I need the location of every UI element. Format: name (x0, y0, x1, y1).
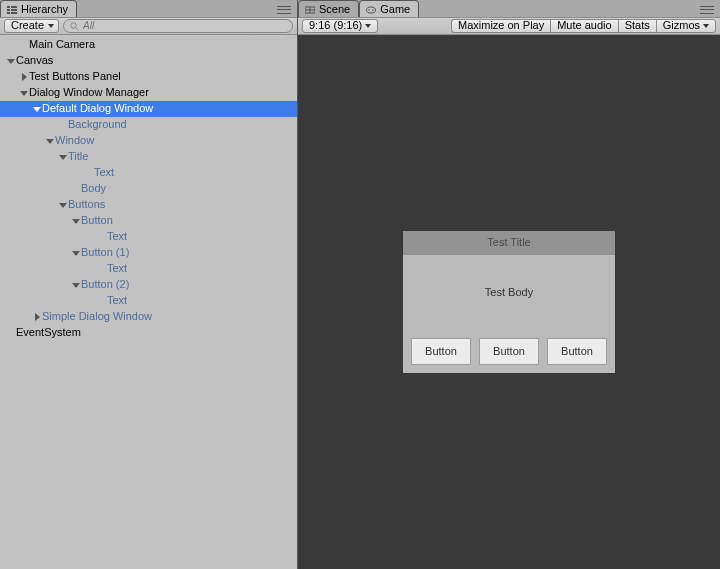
svg-point-11 (367, 7, 376, 13)
foldout-spacer (58, 120, 68, 130)
tree-row[interactable]: Background (0, 117, 297, 133)
hierarchy-tab-bar: Hierarchy (0, 0, 297, 17)
tree-row[interactable]: Title (0, 149, 297, 165)
tree-row[interactable]: Window (0, 133, 297, 149)
mute-audio-button[interactable]: Mute audio (550, 19, 617, 33)
foldout-spacer (97, 264, 107, 274)
chevron-down-icon (703, 24, 709, 28)
hierarchy-toolbar: Create (0, 17, 297, 35)
tree-row-label: Text (107, 294, 127, 307)
svg-line-7 (76, 27, 79, 30)
panel-menu-icon[interactable] (271, 0, 297, 17)
tree-row[interactable]: Text (0, 229, 297, 245)
svg-rect-2 (7, 12, 10, 14)
tree-row[interactable]: Default Dialog Window (0, 101, 297, 117)
tree-row-label: Buttons (68, 198, 105, 211)
tree-row-label: Main Camera (29, 38, 95, 51)
tree-row-label: Title (68, 150, 88, 163)
dialog-button[interactable]: Button (479, 338, 539, 365)
tree-row[interactable]: Text (0, 261, 297, 277)
svg-rect-4 (11, 9, 17, 11)
tab-hierarchy-label: Hierarchy (21, 3, 68, 16)
tree-row-label: Text (107, 262, 127, 275)
tree-row-label: Default Dialog Window (42, 102, 153, 115)
svg-point-13 (372, 9, 374, 11)
dialog-body: Test Body (403, 255, 615, 330)
tab-game-label: Game (380, 3, 410, 16)
foldout-spacer (6, 328, 16, 338)
foldout-spacer (97, 232, 107, 242)
svg-rect-1 (7, 9, 10, 11)
stats-button[interactable]: Stats (618, 19, 656, 33)
svg-rect-3 (11, 6, 17, 8)
tree-row-label: Simple Dialog Window (42, 310, 152, 323)
tree-row[interactable]: Test Buttons Panel (0, 69, 297, 85)
svg-point-12 (368, 9, 370, 11)
create-button[interactable]: Create (4, 19, 59, 33)
tab-hierarchy[interactable]: Hierarchy (0, 0, 77, 17)
tree-row[interactable]: Simple Dialog Window (0, 309, 297, 325)
foldout-toggle[interactable] (19, 88, 29, 98)
tree-row-label: Body (81, 182, 106, 195)
foldout-toggle[interactable] (19, 72, 29, 82)
tree-row[interactable]: Button (0, 213, 297, 229)
foldout-toggle[interactable] (71, 248, 81, 258)
foldout-toggle[interactable] (32, 104, 42, 114)
foldout-toggle[interactable] (6, 56, 16, 66)
foldout-toggle[interactable] (58, 200, 68, 210)
svg-point-6 (71, 22, 77, 28)
panel-menu-icon[interactable] (694, 0, 720, 17)
create-label: Create (11, 19, 44, 32)
game-panel: Scene Game 9:16 (9:16) Maximize on Play … (298, 0, 720, 569)
tree-row[interactable]: Dialog Window Manager (0, 85, 297, 101)
dialog-title: Test Title (403, 231, 615, 255)
tree-row-label: Canvas (16, 54, 53, 67)
dialog-button-row: Button Button Button (403, 330, 615, 373)
aspect-dropdown[interactable]: 9:16 (9:16) (302, 19, 378, 33)
foldout-toggle[interactable] (58, 152, 68, 162)
tree-row-label: EventSystem (16, 326, 81, 339)
hierarchy-panel: Hierarchy Create Main CameraCanvasTest B… (0, 0, 298, 569)
tree-row[interactable]: Text (0, 293, 297, 309)
foldout-toggle[interactable] (71, 280, 81, 290)
foldout-spacer (84, 168, 94, 178)
tree-row[interactable]: Canvas (0, 53, 297, 69)
foldout-spacer (71, 184, 81, 194)
game-view: Test Title Test Body Button Button Butto… (298, 35, 720, 569)
foldout-spacer (97, 296, 107, 306)
dialog-button[interactable]: Button (411, 338, 471, 365)
search-input[interactable] (83, 20, 286, 32)
chevron-down-icon (365, 24, 371, 28)
tree-row[interactable]: Body (0, 181, 297, 197)
tree-row[interactable]: Buttons (0, 197, 297, 213)
tree-row-label: Test Buttons Panel (29, 70, 121, 83)
gizmos-dropdown[interactable]: Gizmos (656, 19, 716, 33)
maximize-on-play-button[interactable]: Maximize on Play (451, 19, 550, 33)
game-tab-bar: Scene Game (298, 0, 720, 17)
game-icon (366, 5, 376, 15)
foldout-toggle[interactable] (71, 216, 81, 226)
tree-row[interactable]: Button (2) (0, 277, 297, 293)
search-field[interactable] (63, 19, 293, 33)
tree-row-label: Button (1) (81, 246, 129, 259)
dialog-window: Test Title Test Body Button Button Butto… (403, 231, 615, 373)
search-icon (70, 22, 79, 31)
hierarchy-tree[interactable]: Main CameraCanvasTest Buttons PanelDialo… (0, 35, 297, 569)
tab-game[interactable]: Game (359, 0, 419, 17)
foldout-spacer (19, 40, 29, 50)
foldout-toggle[interactable] (45, 136, 55, 146)
tree-row-label: Background (68, 118, 127, 131)
tree-row[interactable]: Button (1) (0, 245, 297, 261)
tab-scene-label: Scene (319, 3, 350, 16)
scene-icon (305, 5, 315, 15)
dialog-button[interactable]: Button (547, 338, 607, 365)
tab-scene[interactable]: Scene (298, 0, 359, 17)
tree-row[interactable]: EventSystem (0, 325, 297, 341)
foldout-toggle[interactable] (32, 312, 42, 322)
tree-row[interactable]: Text (0, 165, 297, 181)
tree-row[interactable]: Main Camera (0, 37, 297, 53)
chevron-down-icon (48, 24, 54, 28)
aspect-label: 9:16 (9:16) (309, 19, 362, 32)
tree-row-label: Button (81, 214, 113, 227)
tree-row-label: Text (94, 166, 114, 179)
